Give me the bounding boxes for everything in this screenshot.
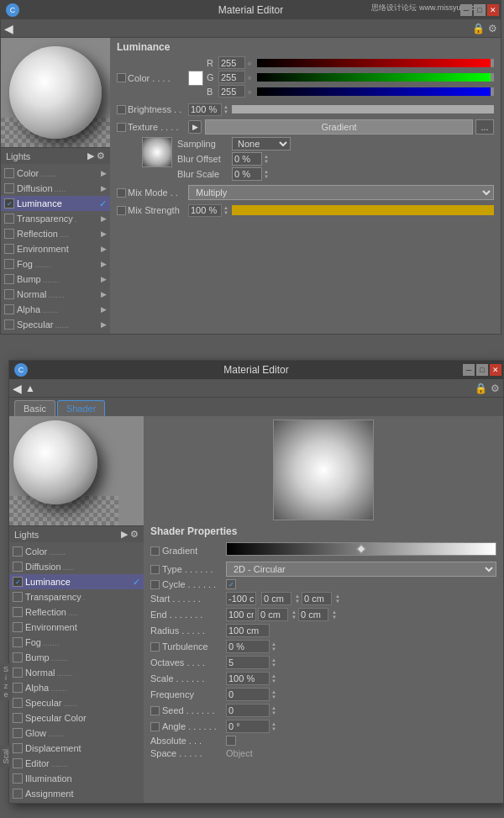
channel-environment-1[interactable]: Environment ▶ — [1, 241, 110, 256]
turbulence-checkbox[interactable] — [150, 642, 160, 652]
start-spin-3[interactable]: ▲ ▼ — [335, 594, 340, 604]
w2-channel-color[interactable]: Color ....... — [9, 544, 144, 559]
angle-checkbox[interactable] — [150, 722, 160, 731]
angle-spin[interactable]: ▲ ▼ — [271, 721, 276, 731]
channel-color-1[interactable]: Color ....... ▶ — [1, 166, 110, 181]
frequency-spin[interactable]: ▲ ▼ — [271, 689, 276, 699]
w2-check-illumination[interactable] — [13, 773, 23, 784]
lights-config-icon-1[interactable]: ⚙ — [97, 150, 105, 161]
channel-check-bump-1[interactable] — [4, 274, 14, 284]
seed-input[interactable] — [226, 704, 270, 717]
start-input-3[interactable] — [302, 592, 332, 605]
end-spin-2[interactable]: ▲ ▼ — [291, 610, 297, 620]
channel-check-reflection-1[interactable] — [4, 229, 14, 239]
start-input-1[interactable] — [226, 592, 256, 605]
close-btn-1[interactable]: ✕ — [487, 4, 499, 16]
channel-check-fog-1[interactable] — [4, 259, 14, 269]
b-spin[interactable]: ⬦ — [247, 87, 252, 96]
w2-channel-bump[interactable]: Bump ....... — [9, 650, 144, 665]
w2-check-specular[interactable] — [13, 698, 23, 708]
mix-strength-input[interactable] — [188, 204, 222, 217]
minimize-btn-2[interactable]: ─ — [463, 364, 475, 376]
w2-check-glow[interactable] — [13, 728, 23, 738]
turbulence-input[interactable] — [226, 640, 270, 653]
w2-channel-glow[interactable]: Glow ....... — [9, 726, 144, 741]
brightness-slider[interactable] — [232, 105, 494, 113]
texture-more-btn[interactable]: ... — [475, 119, 494, 135]
lock-icon-2[interactable]: 🔒 — [475, 383, 487, 394]
w2-check-environment[interactable] — [13, 622, 23, 632]
cycle-checkbox[interactable] — [150, 580, 160, 589]
lock-icon-1[interactable]: 🔒 — [472, 23, 485, 34]
w2-check-displacement[interactable] — [13, 743, 23, 753]
color-swatch[interactable] — [188, 71, 203, 86]
blur-scale-spin[interactable]: ▲ ▼ — [264, 169, 269, 179]
start-input-2[interactable] — [261, 592, 291, 605]
channel-alpha-1[interactable]: Alpha ....... ▶ — [1, 302, 110, 317]
gradient-checkbox[interactable] — [150, 546, 160, 556]
maximize-btn-1[interactable]: □ — [474, 4, 486, 16]
channel-reflection-1[interactable]: Reflection .... ▶ — [1, 226, 110, 241]
end-input-1[interactable] — [226, 608, 256, 621]
w2-check-alpha[interactable] — [13, 683, 23, 693]
channel-check-specular-1[interactable] — [4, 319, 14, 330]
gradient-diamond-handle[interactable] — [356, 544, 365, 553]
turbulence-spin[interactable]: ▲ ▼ — [271, 641, 276, 652]
seed-checkbox[interactable] — [150, 706, 160, 715]
texture-play-btn[interactable]: ▶ — [188, 120, 202, 134]
type-checkbox[interactable] — [150, 565, 160, 574]
settings-icon-2[interactable]: ⚙ — [491, 383, 500, 394]
w2-check-editor[interactable] — [13, 758, 23, 768]
settings-icon-1[interactable]: ⚙ — [488, 23, 497, 34]
w2-channel-environment[interactable]: Environment — [9, 620, 144, 635]
w2-channel-specular-color[interactable]: Specular Color — [9, 710, 144, 726]
w2-channel-illumination[interactable]: Illumination — [9, 771, 144, 786]
texture-dropdown[interactable]: Gradient — [205, 119, 473, 135]
tab-shader[interactable]: Shader — [57, 400, 105, 416]
w2-check-color[interactable] — [13, 546, 23, 557]
channel-bump-1[interactable]: Bump ....... ▶ — [1, 272, 110, 287]
angle-input[interactable] — [226, 720, 270, 733]
w2-check-diffusion[interactable] — [13, 562, 23, 572]
channel-check-alpha-1[interactable] — [4, 304, 14, 314]
w2-channel-specular[interactable]: Specular ...... — [9, 695, 144, 710]
channel-check-diffusion-1[interactable] — [4, 183, 14, 193]
w2-check-transparency[interactable] — [13, 592, 23, 602]
mix-strength-spin[interactable]: ▲ ▼ — [223, 205, 228, 215]
end-input-3[interactable] — [298, 608, 328, 621]
octaves-input[interactable] — [226, 656, 270, 669]
toolbar-arrow-1[interactable]: ◀ — [4, 22, 13, 35]
mix-mode-checkbox[interactable] — [117, 188, 126, 198]
channel-luminance-1[interactable]: Luminance ✓ — [1, 196, 110, 211]
w2-check-bump[interactable] — [13, 652, 23, 662]
w2-check-specular-color[interactable] — [13, 713, 23, 723]
start-spin-2[interactable]: ▲ ▼ — [295, 594, 300, 604]
minimize-btn-1[interactable]: ─ — [460, 4, 472, 16]
w2-channel-reflection[interactable]: Reflection .... — [9, 604, 144, 620]
w2-channel-diffusion[interactable]: Diffusion ..... — [9, 559, 144, 574]
brightness-checkbox[interactable] — [117, 105, 126, 114]
mix-strength-bar[interactable] — [232, 205, 494, 215]
brightness-spin[interactable]: ▲ ▼ — [223, 104, 228, 114]
w2-check-normal[interactable] — [13, 668, 23, 678]
w2-channel-normal[interactable]: Normal ....... — [9, 665, 144, 680]
r-spin[interactable]: ⬦ — [247, 58, 252, 67]
r-input[interactable] — [218, 56, 245, 69]
w2-check-reflection[interactable] — [13, 607, 23, 617]
seed-spin[interactable]: ▲ ▼ — [271, 705, 276, 715]
maximize-btn-2[interactable]: □ — [476, 364, 488, 376]
channel-transparency-1[interactable]: Transparency . ▶ — [1, 211, 110, 226]
octaves-spin[interactable]: ▲ ▼ — [271, 657, 276, 668]
type-dropdown[interactable]: 2D - Circular — [226, 562, 496, 577]
b-input[interactable] — [218, 85, 245, 98]
tab-basic[interactable]: Basic — [14, 400, 55, 416]
channel-check-environment-1[interactable] — [4, 244, 14, 254]
g-spin[interactable]: ⬦ — [247, 72, 252, 82]
gradient-bar[interactable] — [226, 542, 496, 556]
w2-channel-alpha[interactable]: Alpha ....... — [9, 680, 144, 695]
toolbar-up-arrow-2[interactable]: ▲ — [25, 383, 35, 394]
blur-offset-spin[interactable]: ▲ ▼ — [264, 154, 269, 164]
lights-play-icon-1[interactable]: ▶ — [87, 150, 94, 161]
texture-checkbox[interactable] — [117, 123, 126, 132]
mix-mode-dropdown[interactable]: Multiply — [188, 185, 494, 200]
